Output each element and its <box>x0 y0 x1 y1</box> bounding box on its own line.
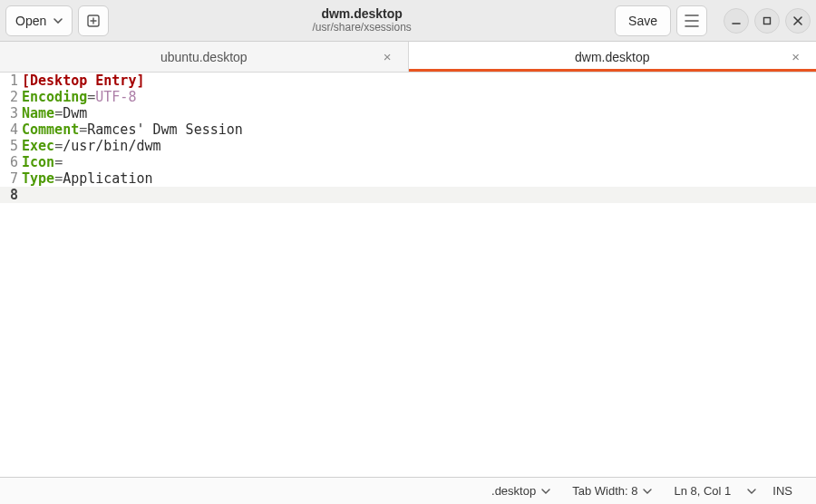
chevron-down-icon <box>643 489 652 494</box>
line-number: 7 <box>0 170 22 187</box>
tab-label: ubuntu.desktop <box>160 50 248 64</box>
chevron-down-icon <box>541 489 550 494</box>
chevron-down-icon <box>53 18 63 24</box>
statusbar-insert-mode-label: INS <box>772 484 792 498</box>
close-icon <box>792 15 803 26</box>
code-line: 1[Desktop Entry] <box>0 73 816 89</box>
tab-ubuntu-desktop[interactable]: ubuntu.desktop× <box>0 42 409 72</box>
headerbar-left: Open <box>5 5 109 36</box>
minimize-icon <box>731 15 742 26</box>
tab-label: dwm.desktop <box>575 50 649 64</box>
window-close-button[interactable] <box>785 8 811 34</box>
tab-close-icon[interactable]: × <box>792 49 800 64</box>
code-content: Type=Application <box>22 170 153 187</box>
tab-bar: ubuntu.desktop×dwm.desktop× <box>0 42 816 73</box>
statusbar-dropdown[interactable] <box>742 489 762 494</box>
code-content: Encoding=UTF-8 <box>22 89 136 105</box>
tab-dwm-desktop[interactable]: dwm.desktop× <box>409 42 817 72</box>
code-line: 5Exec=/usr/bin/dwm <box>0 138 816 154</box>
code-line: 6Icon= <box>0 154 816 170</box>
code-line: 4Comment=Ramces' Dwm Session <box>0 121 816 138</box>
statusbar-insert-mode[interactable]: INS <box>762 484 803 498</box>
line-number: 5 <box>0 138 22 154</box>
tab-close-icon[interactable]: × <box>384 49 392 64</box>
code-line: 2Encoding=UTF-8 <box>0 89 816 105</box>
statusbar-filetype[interactable]: .desktop <box>481 484 561 498</box>
svg-rect-1 <box>764 17 771 24</box>
window-title: dwm.desktop <box>321 7 402 21</box>
line-number: 2 <box>0 89 22 105</box>
line-number: 1 <box>0 73 22 89</box>
statusbar: .desktop Tab Width: 8 Ln 8, Col 1 INS <box>0 477 816 504</box>
statusbar-cursor-position-label: Ln 8, Col 1 <box>674 484 731 498</box>
window-minimize-button[interactable] <box>724 8 749 34</box>
window-maximize-button[interactable] <box>754 8 780 34</box>
code-content: Exec=/usr/bin/dwm <box>22 138 161 154</box>
new-tab-button[interactable] <box>78 5 109 36</box>
chevron-down-icon <box>747 489 756 494</box>
line-number: 8 <box>0 187 22 203</box>
code-line: 3Name=Dwm <box>0 105 816 121</box>
code-line: 8 <box>0 187 816 203</box>
headerbar-right: Save <box>615 5 811 36</box>
window-subtitle: /usr/share/xsessions <box>312 22 411 34</box>
statusbar-tab-width[interactable]: Tab Width: 8 <box>561 484 663 498</box>
editor-area[interactable]: 1[Desktop Entry]2Encoding=UTF-83Name=Dwm… <box>0 73 816 477</box>
hamburger-menu-button[interactable] <box>676 5 707 36</box>
code-content: Icon= <box>22 154 63 170</box>
code-line: 7Type=Application <box>0 170 816 187</box>
hamburger-icon <box>685 15 699 27</box>
save-button[interactable]: Save <box>615 5 671 36</box>
line-number: 6 <box>0 154 22 170</box>
line-number: 3 <box>0 105 22 121</box>
code-content: Name=Dwm <box>22 105 87 121</box>
code-content: Comment=Ramces' Dwm Session <box>22 121 243 138</box>
maximize-icon <box>762 15 772 26</box>
statusbar-cursor-position[interactable]: Ln 8, Col 1 <box>663 484 742 498</box>
headerbar: Open dwm.desktop /usr/share/xsessions Sa… <box>0 0 816 42</box>
open-button[interactable]: Open <box>5 5 73 36</box>
open-button-label: Open <box>15 14 46 28</box>
new-tab-icon <box>86 14 101 28</box>
statusbar-tab-width-label: Tab Width: 8 <box>572 484 637 498</box>
code-content: [Desktop Entry] <box>22 73 144 89</box>
line-number: 4 <box>0 121 22 138</box>
headerbar-title-group: dwm.desktop /usr/share/xsessions <box>109 7 615 34</box>
save-button-label: Save <box>628 14 657 28</box>
statusbar-filetype-label: .desktop <box>491 484 536 498</box>
